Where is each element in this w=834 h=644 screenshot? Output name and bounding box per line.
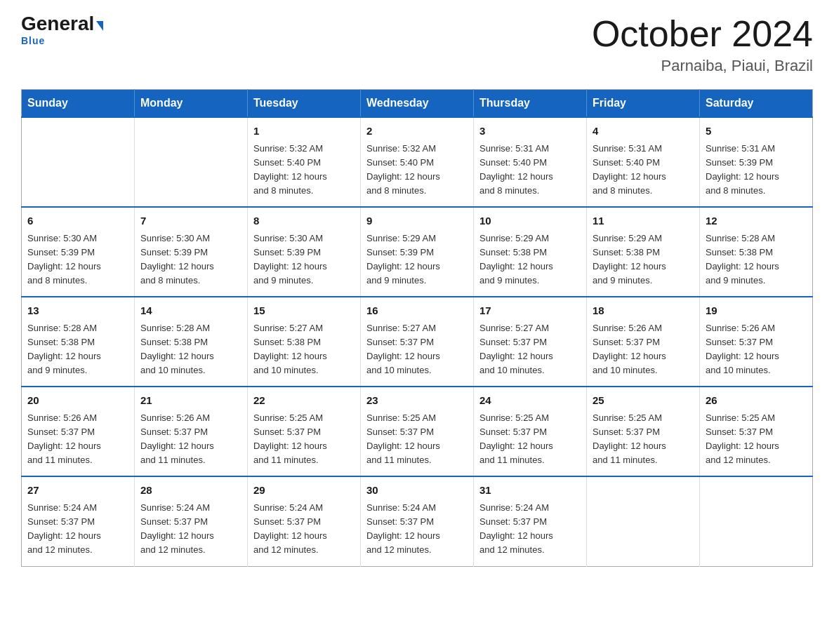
- calendar-cell: 7Sunrise: 5:30 AMSunset: 5:39 PMDaylight…: [135, 207, 248, 297]
- calendar-cell: 10Sunrise: 5:29 AMSunset: 5:38 PMDayligh…: [474, 207, 587, 297]
- calendar-cell: 29Sunrise: 5:24 AMSunset: 5:37 PMDayligh…: [248, 476, 361, 566]
- calendar-cell: 5Sunrise: 5:31 AMSunset: 5:39 PMDaylight…: [700, 117, 813, 207]
- calendar-cell: 21Sunrise: 5:26 AMSunset: 5:37 PMDayligh…: [135, 387, 248, 476]
- calendar-cell: [135, 117, 248, 207]
- day-info: Sunrise: 5:28 AMSunset: 5:38 PMDaylight:…: [140, 321, 241, 378]
- day-info: Sunrise: 5:28 AMSunset: 5:38 PMDaylight:…: [27, 321, 128, 378]
- day-number: 21: [140, 393, 241, 409]
- day-number: 22: [253, 393, 355, 409]
- day-number: 3: [479, 123, 581, 140]
- day-info: Sunrise: 5:30 AMSunset: 5:39 PMDaylight:…: [27, 232, 128, 288]
- weekday-header-wednesday: Wednesday: [361, 90, 474, 118]
- day-info: Sunrise: 5:24 AMSunset: 5:37 PMDaylight:…: [479, 501, 581, 558]
- calendar-cell: [700, 476, 813, 566]
- calendar-cell: 23Sunrise: 5:25 AMSunset: 5:37 PMDayligh…: [361, 387, 474, 476]
- calendar-cell: 13Sunrise: 5:28 AMSunset: 5:38 PMDayligh…: [22, 297, 135, 387]
- calendar-cell: 14Sunrise: 5:28 AMSunset: 5:38 PMDayligh…: [135, 297, 248, 387]
- day-number: 31: [479, 483, 581, 499]
- day-info: Sunrise: 5:32 AMSunset: 5:40 PMDaylight:…: [366, 142, 468, 199]
- day-number: 24: [479, 393, 581, 409]
- day-number: 20: [27, 393, 128, 409]
- weekday-header-thursday: Thursday: [474, 90, 587, 118]
- logo-text: General: [21, 14, 103, 34]
- calendar-cell: [587, 476, 700, 566]
- day-number: 10: [479, 213, 581, 229]
- calendar-header-row: SundayMondayTuesdayWednesdayThursdayFrid…: [22, 90, 813, 118]
- calendar-cell: 9Sunrise: 5:29 AMSunset: 5:39 PMDaylight…: [361, 207, 474, 297]
- calendar-table: SundayMondayTuesdayWednesdayThursdayFrid…: [21, 89, 813, 566]
- day-info: Sunrise: 5:24 AMSunset: 5:37 PMDaylight:…: [253, 501, 355, 558]
- day-number: 19: [706, 303, 807, 319]
- day-info: Sunrise: 5:25 AMSunset: 5:37 PMDaylight:…: [479, 411, 581, 468]
- day-number: 11: [593, 213, 694, 229]
- day-number: 14: [140, 303, 241, 319]
- page-header: General Blue October 2024 Parnaiba, Piau…: [21, 14, 813, 75]
- day-info: Sunrise: 5:26 AMSunset: 5:37 PMDaylight:…: [593, 321, 694, 378]
- day-info: Sunrise: 5:25 AMSunset: 5:37 PMDaylight:…: [706, 411, 807, 468]
- day-info: Sunrise: 5:24 AMSunset: 5:37 PMDaylight:…: [366, 501, 468, 558]
- day-info: Sunrise: 5:24 AMSunset: 5:37 PMDaylight:…: [140, 501, 241, 558]
- day-number: 28: [140, 483, 241, 499]
- day-number: 25: [593, 393, 694, 409]
- month-title: October 2024: [592, 14, 813, 54]
- day-info: Sunrise: 5:32 AMSunset: 5:40 PMDaylight:…: [253, 142, 355, 199]
- calendar-cell: 30Sunrise: 5:24 AMSunset: 5:37 PMDayligh…: [361, 476, 474, 566]
- weekday-header-monday: Monday: [135, 90, 248, 118]
- day-info: Sunrise: 5:27 AMSunset: 5:37 PMDaylight:…: [366, 321, 468, 378]
- day-info: Sunrise: 5:26 AMSunset: 5:37 PMDaylight:…: [27, 411, 128, 468]
- day-number: 4: [593, 123, 694, 140]
- calendar-week-row: 20Sunrise: 5:26 AMSunset: 5:37 PMDayligh…: [22, 387, 813, 476]
- day-info: Sunrise: 5:29 AMSunset: 5:38 PMDaylight:…: [479, 232, 581, 288]
- calendar-week-row: 1Sunrise: 5:32 AMSunset: 5:40 PMDaylight…: [22, 117, 813, 207]
- logo: General Blue: [21, 14, 103, 46]
- day-info: Sunrise: 5:29 AMSunset: 5:38 PMDaylight:…: [593, 232, 694, 288]
- calendar-week-row: 13Sunrise: 5:28 AMSunset: 5:38 PMDayligh…: [22, 297, 813, 387]
- day-number: 5: [706, 123, 807, 140]
- day-info: Sunrise: 5:26 AMSunset: 5:37 PMDaylight:…: [706, 321, 807, 378]
- day-number: 29: [253, 483, 355, 499]
- day-number: 15: [253, 303, 355, 319]
- calendar-cell: 18Sunrise: 5:26 AMSunset: 5:37 PMDayligh…: [587, 297, 700, 387]
- day-number: 26: [706, 393, 807, 409]
- day-info: Sunrise: 5:25 AMSunset: 5:37 PMDaylight:…: [253, 411, 355, 468]
- day-info: Sunrise: 5:31 AMSunset: 5:39 PMDaylight:…: [706, 142, 807, 199]
- day-number: 18: [593, 303, 694, 319]
- day-info: Sunrise: 5:30 AMSunset: 5:39 PMDaylight:…: [140, 232, 241, 288]
- day-info: Sunrise: 5:27 AMSunset: 5:38 PMDaylight:…: [253, 321, 355, 378]
- calendar-cell: 4Sunrise: 5:31 AMSunset: 5:40 PMDaylight…: [587, 117, 700, 207]
- calendar-cell: 6Sunrise: 5:30 AMSunset: 5:39 PMDaylight…: [22, 207, 135, 297]
- day-info: Sunrise: 5:25 AMSunset: 5:37 PMDaylight:…: [593, 411, 694, 468]
- calendar-cell: 22Sunrise: 5:25 AMSunset: 5:37 PMDayligh…: [248, 387, 361, 476]
- day-info: Sunrise: 5:27 AMSunset: 5:37 PMDaylight:…: [479, 321, 581, 378]
- weekday-header-sunday: Sunday: [22, 90, 135, 118]
- calendar-cell: 1Sunrise: 5:32 AMSunset: 5:40 PMDaylight…: [248, 117, 361, 207]
- calendar-cell: 26Sunrise: 5:25 AMSunset: 5:37 PMDayligh…: [700, 387, 813, 476]
- logo-blue-text: Blue: [21, 35, 45, 46]
- calendar-cell: 24Sunrise: 5:25 AMSunset: 5:37 PMDayligh…: [474, 387, 587, 476]
- day-info: Sunrise: 5:29 AMSunset: 5:39 PMDaylight:…: [366, 232, 468, 288]
- calendar-week-row: 6Sunrise: 5:30 AMSunset: 5:39 PMDaylight…: [22, 207, 813, 297]
- day-number: 23: [366, 393, 468, 409]
- weekday-header-saturday: Saturday: [700, 90, 813, 118]
- day-number: 2: [366, 123, 468, 140]
- calendar-cell: 11Sunrise: 5:29 AMSunset: 5:38 PMDayligh…: [587, 207, 700, 297]
- day-number: 16: [366, 303, 468, 319]
- weekday-header-tuesday: Tuesday: [248, 90, 361, 118]
- calendar-cell: 2Sunrise: 5:32 AMSunset: 5:40 PMDaylight…: [361, 117, 474, 207]
- title-area: October 2024 Parnaiba, Piaui, Brazil: [592, 14, 813, 75]
- day-number: 30: [366, 483, 468, 499]
- day-number: 12: [706, 213, 807, 229]
- calendar-cell: [22, 117, 135, 207]
- weekday-header-friday: Friday: [587, 90, 700, 118]
- day-info: Sunrise: 5:30 AMSunset: 5:39 PMDaylight:…: [253, 232, 355, 288]
- day-number: 17: [479, 303, 581, 319]
- calendar-cell: 15Sunrise: 5:27 AMSunset: 5:38 PMDayligh…: [248, 297, 361, 387]
- day-number: 9: [366, 213, 468, 229]
- day-number: 13: [27, 303, 128, 319]
- calendar-cell: 3Sunrise: 5:31 AMSunset: 5:40 PMDaylight…: [474, 117, 587, 207]
- calendar-cell: 17Sunrise: 5:27 AMSunset: 5:37 PMDayligh…: [474, 297, 587, 387]
- calendar-cell: 8Sunrise: 5:30 AMSunset: 5:39 PMDaylight…: [248, 207, 361, 297]
- calendar-cell: 31Sunrise: 5:24 AMSunset: 5:37 PMDayligh…: [474, 476, 587, 566]
- calendar-cell: 20Sunrise: 5:26 AMSunset: 5:37 PMDayligh…: [22, 387, 135, 476]
- day-info: Sunrise: 5:24 AMSunset: 5:37 PMDaylight:…: [27, 501, 128, 558]
